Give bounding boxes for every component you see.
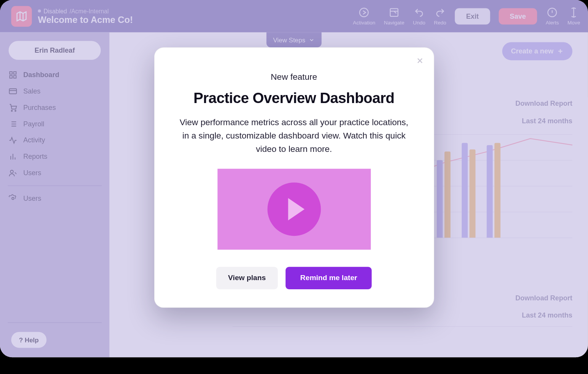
sidebar-item-label: Users (23, 169, 41, 177)
sidebar-item-dashboard[interactable]: Dashboard (6, 67, 103, 83)
sidebar-item-label: Payroll (23, 120, 44, 128)
card-icon (9, 87, 18, 96)
status-dot-icon (38, 10, 41, 13)
new-feature-modal: New feature Practice Overview Dashboard … (154, 47, 434, 308)
undo-icon (414, 7, 424, 18)
download-report-link[interactable]: Download Report (515, 295, 572, 302)
move-button[interactable]: Move (567, 6, 580, 26)
topbar: Disabled /Acme-Internal Welcome to Acme … (0, 0, 588, 32)
sidebar-item-label: Sales (23, 87, 40, 95)
cart-icon (9, 103, 18, 112)
sidebar-item-users[interactable]: Users (6, 165, 103, 181)
svg-rect-3 (10, 72, 12, 74)
undo-button[interactable]: Undo (413, 6, 425, 26)
sidebar-item-label: Activity (23, 137, 45, 144)
close-button[interactable] (415, 56, 424, 68)
save-button[interactable]: Save (499, 8, 537, 24)
sidebar-item-settings[interactable]: Users (6, 190, 103, 207)
video-thumbnail[interactable] (217, 169, 371, 250)
divider (233, 326, 572, 327)
timerange-label[interactable]: Last 24 months (522, 117, 572, 125)
alert-icon (547, 7, 557, 18)
status-label: Disabled (44, 8, 67, 15)
sidebar-item-label: Dashboard (23, 71, 59, 79)
svg-rect-4 (14, 72, 16, 74)
close-icon (415, 56, 424, 65)
header-title-area: Disabled /Acme-Internal Welcome to Acme … (38, 8, 133, 25)
help-button[interactable]: ? Help (11, 332, 46, 348)
arrow-circle-icon (359, 7, 369, 18)
redo-icon (435, 7, 445, 18)
view-plans-button[interactable]: View plans (216, 267, 278, 289)
sidebar-item-purchases[interactable]: Purchases (6, 100, 103, 116)
timerange-label[interactable]: Last 24 months (522, 312, 572, 319)
activity-icon (9, 136, 18, 145)
modal-title: Practice Overview Dashboard (176, 90, 412, 106)
sidebar-item-label: Users (23, 195, 41, 202)
divider (8, 322, 102, 323)
exit-button[interactable]: Exit (455, 8, 490, 24)
sidebar-item-activity[interactable]: Activity (6, 132, 103, 148)
svg-point-0 (360, 8, 368, 17)
page-title: Welcome to Acme Co! (38, 15, 133, 25)
svg-point-9 (15, 110, 16, 111)
alerts-button[interactable]: Alerts (546, 6, 559, 26)
create-new-button[interactable]: Create a new (502, 42, 573, 60)
plus-icon (557, 48, 564, 55)
modal-kicker: New feature (176, 72, 412, 82)
map-icon (16, 10, 28, 23)
divider (8, 185, 102, 186)
move-icon (569, 7, 579, 18)
chevron-down-icon (309, 37, 315, 43)
bar-chart-icon (9, 152, 18, 161)
svg-rect-7 (9, 89, 16, 94)
svg-rect-1 (390, 8, 398, 16)
dashboard-icon (9, 71, 18, 79)
modal-body: View performance metrics across all your… (176, 116, 412, 156)
svg-point-11 (12, 197, 14, 200)
remind-later-button[interactable]: Remind me later (286, 267, 372, 289)
gear-icon (9, 194, 18, 203)
sidebar-item-label: Reports (23, 153, 47, 160)
play-icon (288, 198, 304, 221)
users-icon (9, 169, 18, 177)
svg-rect-6 (14, 76, 16, 78)
redo-button[interactable]: Redo (434, 6, 446, 26)
app-logo[interactable] (11, 6, 32, 26)
svg-point-10 (10, 170, 13, 173)
sidebar-item-sales[interactable]: Sales (6, 83, 103, 100)
download-report-link[interactable]: Download Report (515, 100, 572, 108)
breadcrumb[interactable]: /Acme-Internal (69, 8, 109, 15)
app-window: Disabled /Acme-Internal Welcome to Acme … (0, 0, 588, 357)
user-menu[interactable]: Erin Radleaf (9, 41, 101, 60)
navigate-button[interactable]: Navigate (384, 6, 404, 26)
list-icon (9, 120, 18, 129)
play-button[interactable] (267, 182, 321, 236)
layout-icon (389, 7, 399, 18)
sidebar-item-payroll[interactable]: Payroll (6, 116, 103, 132)
sidebar-item-reports[interactable]: Reports (6, 148, 103, 165)
view-steps-dropdown[interactable]: View Steps (266, 32, 321, 47)
svg-rect-5 (10, 76, 12, 78)
sidebar-item-label: Purchases (23, 104, 56, 111)
activation-button[interactable]: Activation (353, 6, 375, 26)
svg-point-8 (11, 110, 13, 111)
sidebar: Erin Radleaf Dashboard Sales Purchases P… (0, 32, 110, 358)
